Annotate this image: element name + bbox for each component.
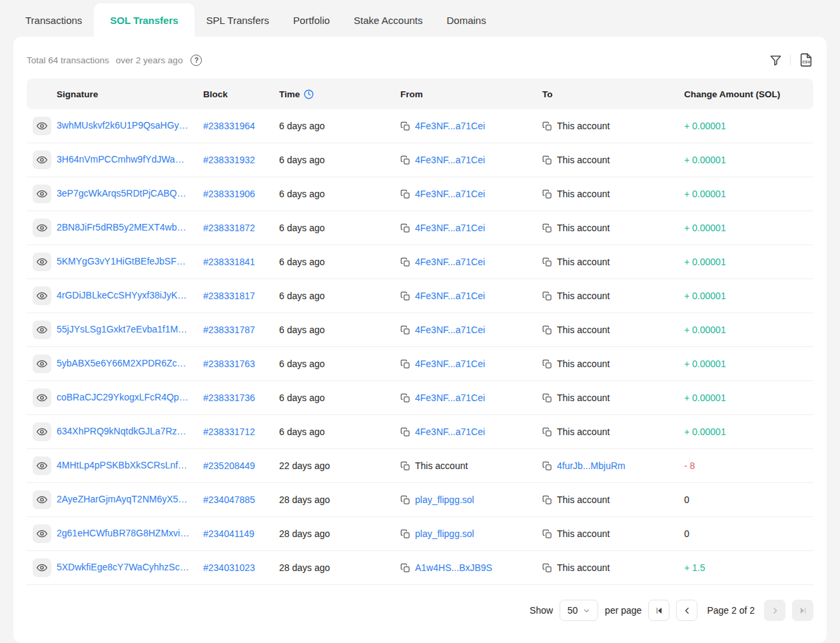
block-link[interactable]: #234031023 xyxy=(203,562,255,573)
preview-transaction-button[interactable] xyxy=(33,219,51,237)
signature-link[interactable]: 5ybABX5e6Y66M2XPDR6Zc… xyxy=(57,358,187,368)
signature-link[interactable]: 634XhPRQ9kNqtdkGJLa7Rz… xyxy=(57,426,187,436)
block-link[interactable]: #238331736 xyxy=(203,392,255,403)
last-page-button[interactable] xyxy=(792,600,813,621)
copy-to-address-icon[interactable] xyxy=(542,393,552,403)
preview-transaction-button[interactable] xyxy=(33,185,51,203)
from-address[interactable]: 4Fe3NF...a71Cei xyxy=(415,155,485,165)
preview-transaction-button[interactable] xyxy=(33,456,51,475)
signature-link[interactable]: coBRaCJC29YkogxLFcR4Qp… xyxy=(57,392,189,402)
copy-from-address-icon[interactable] xyxy=(400,359,410,369)
from-address[interactable]: 4Fe3NF...a71Cei xyxy=(415,324,485,335)
block-link[interactable]: #238331712 xyxy=(203,426,255,437)
preview-transaction-button[interactable] xyxy=(33,388,51,407)
copy-to-address-icon[interactable] xyxy=(542,189,552,199)
signature-link[interactable]: 3H64nVmPCCmhw9fYdJWa… xyxy=(57,154,185,165)
preview-transaction-button[interactable] xyxy=(33,558,51,577)
copy-to-address-icon[interactable] xyxy=(542,359,552,369)
tab-portfolio[interactable]: Portfolio xyxy=(281,3,342,37)
preview-transaction-button[interactable] xyxy=(33,117,51,135)
block-link[interactable]: #238331906 xyxy=(203,189,255,199)
copy-from-address-icon[interactable] xyxy=(400,529,410,539)
copy-to-address-icon[interactable] xyxy=(542,563,552,573)
from-address[interactable]: 4Fe3NF...a71Cei xyxy=(415,189,485,199)
copy-from-address-icon[interactable] xyxy=(400,495,410,505)
copy-to-address-icon[interactable] xyxy=(542,291,552,301)
block-link[interactable]: #238331964 xyxy=(203,121,255,131)
filter-button[interactable] xyxy=(769,54,782,67)
help-icon[interactable]: ? xyxy=(191,55,202,66)
tab-spl-transfers[interactable]: SPL Transfers xyxy=(195,3,281,37)
signature-link[interactable]: 4rGDiJBLkeCcSHYyxf38iJyK… xyxy=(57,290,187,301)
next-page-button[interactable] xyxy=(764,600,785,621)
copy-to-address-icon[interactable] xyxy=(542,529,552,539)
block-link[interactable]: #238331841 xyxy=(203,257,255,267)
signature-link[interactable]: 2BN8JiFr5dRB5y2MEXT4wb… xyxy=(57,222,187,233)
tab-stake-accounts[interactable]: Stake Accounts xyxy=(342,3,434,37)
copy-to-address-icon[interactable] xyxy=(542,325,552,335)
copy-to-address-icon[interactable] xyxy=(542,427,552,437)
preview-transaction-button[interactable] xyxy=(33,321,51,339)
block-link[interactable]: #238331817 xyxy=(203,291,255,301)
from-address[interactable]: 4Fe3NF...a71Cei xyxy=(415,291,485,301)
block-link[interactable]: #238331763 xyxy=(203,358,255,369)
copy-from-address-icon[interactable] xyxy=(400,461,410,471)
copy-to-address-icon[interactable] xyxy=(542,461,552,471)
tab-domains[interactable]: Domains xyxy=(435,3,498,37)
from-address[interactable]: 4Fe3NF...a71Cei xyxy=(415,223,485,233)
to-address[interactable]: 4furJb...MbjuRm xyxy=(557,460,626,471)
clock-icon[interactable] xyxy=(304,89,314,99)
from-address[interactable]: 4Fe3NF...a71Cei xyxy=(415,358,485,369)
copy-from-address-icon[interactable] xyxy=(400,121,410,131)
from-address[interactable]: play_flipgg.sol xyxy=(415,528,474,539)
signature-link[interactable]: 2g61eHCWfuBR78G8HZMxvi… xyxy=(57,528,189,538)
page-size-select[interactable]: 50 xyxy=(560,600,598,621)
block-link[interactable]: #238331872 xyxy=(203,223,255,233)
from-address[interactable]: A1w4HS...BxJB9S xyxy=(415,562,492,573)
signature-link[interactable]: 3eP7gcWkArqs5RDtPjCABQ… xyxy=(57,188,187,199)
table-row: 634XhPRQ9kNqtdkGJLa7Rz… #238331712 6 day… xyxy=(27,415,813,449)
block-link[interactable]: #235208449 xyxy=(203,460,255,471)
tab-transactions[interactable]: Transactions xyxy=(13,3,94,37)
copy-to-address-icon[interactable] xyxy=(542,495,552,505)
copy-from-address-icon[interactable] xyxy=(400,563,410,573)
from-address[interactable]: 4Fe3NF...a71Cei xyxy=(415,392,485,403)
from-address[interactable]: 4Fe3NF...a71Cei xyxy=(415,257,485,267)
first-page-button[interactable] xyxy=(648,600,669,621)
from-address[interactable]: 4Fe3NF...a71Cei xyxy=(415,121,485,131)
block-link[interactable]: #238331787 xyxy=(203,324,255,335)
copy-from-address-icon[interactable] xyxy=(400,325,410,335)
signature-link[interactable]: 2AyeZHarGjmAyqT2NM6yX5… xyxy=(57,494,187,504)
copy-from-address-icon[interactable] xyxy=(400,291,410,301)
signature-link[interactable]: 5KMYgG3vY1HiGtBEfeJbSF… xyxy=(57,256,186,267)
preview-transaction-button[interactable] xyxy=(33,490,51,509)
copy-from-address-icon[interactable] xyxy=(400,257,410,267)
from-address[interactable]: play_flipgg.sol xyxy=(415,494,474,505)
copy-to-address-icon[interactable] xyxy=(542,155,552,165)
preview-transaction-button[interactable] xyxy=(33,253,51,271)
signature-link[interactable]: 3whMUskvf2k6U1P9QsaHGy… xyxy=(57,120,189,131)
preview-transaction-button[interactable] xyxy=(33,287,51,305)
prev-page-button[interactable] xyxy=(676,600,697,621)
preview-transaction-button[interactable] xyxy=(33,151,51,169)
block-link[interactable]: #234041149 xyxy=(203,528,254,539)
copy-from-address-icon[interactable] xyxy=(400,393,410,403)
block-link[interactable]: #234047885 xyxy=(203,494,255,505)
copy-to-address-icon[interactable] xyxy=(542,223,552,233)
tab-sol-transfers[interactable]: SOL Transfers xyxy=(94,3,194,37)
signature-link[interactable]: 5XDwkfiEge8cY7WaCyhhzSc… xyxy=(57,562,189,572)
signature-link[interactable]: 4MHtLp4pPSKBbXkSCRsLnf… xyxy=(57,460,187,470)
preview-transaction-button[interactable] xyxy=(33,422,51,441)
copy-from-address-icon[interactable] xyxy=(400,189,410,199)
preview-transaction-button[interactable] xyxy=(33,354,51,373)
signature-link[interactable]: 55jJYsLSg1Gxkt7eEvba1f1M… xyxy=(57,324,187,334)
block-link[interactable]: #238331932 xyxy=(203,155,255,165)
copy-from-address-icon[interactable] xyxy=(400,155,410,165)
preview-transaction-button[interactable] xyxy=(33,524,51,543)
copy-to-address-icon[interactable] xyxy=(542,257,552,267)
from-address[interactable]: 4Fe3NF...a71Cei xyxy=(415,426,485,437)
export-csv-button[interactable]: CSV xyxy=(799,53,813,67)
copy-to-address-icon[interactable] xyxy=(542,121,552,131)
copy-from-address-icon[interactable] xyxy=(400,427,410,437)
copy-from-address-icon[interactable] xyxy=(400,223,410,233)
